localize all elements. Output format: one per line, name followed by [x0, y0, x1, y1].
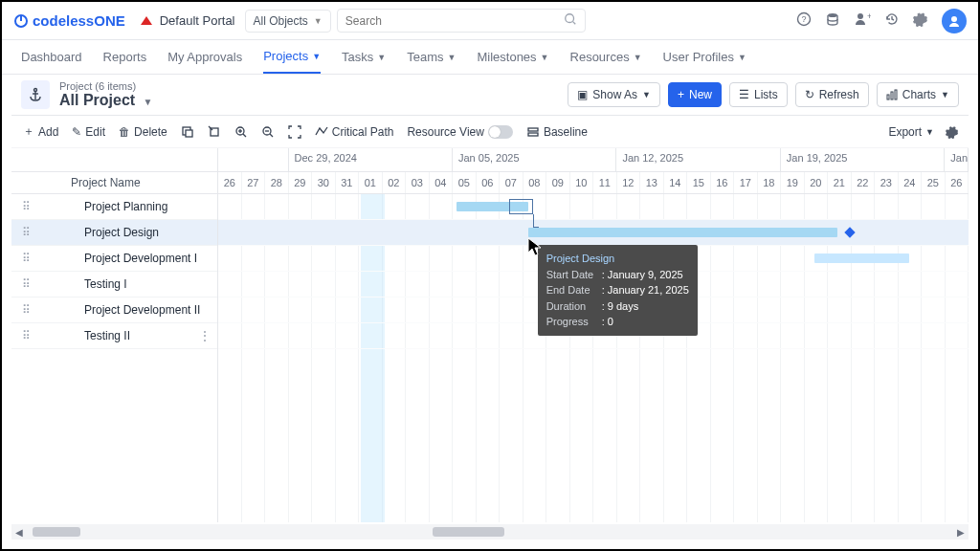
svg-text:?: ? [801, 14, 806, 24]
user-add-icon[interactable]: + [854, 11, 871, 30]
gantt-bar[interactable] [528, 228, 838, 237]
avatar[interactable] [942, 9, 967, 33]
gantt-bar[interactable] [814, 253, 910, 263]
switch-icon[interactable] [488, 125, 513, 139]
day-header: 08 [523, 172, 547, 193]
portal-label: Default Portal [160, 13, 235, 28]
tooltip-label: Progress [546, 314, 598, 330]
svg-point-9 [951, 16, 957, 22]
search-box[interactable] [337, 9, 586, 33]
row-menu-icon[interactable]: ⋮ [198, 328, 217, 343]
gantt-row[interactable] [218, 194, 969, 220]
day-header: 30 [312, 172, 336, 193]
history-icon[interactable] [884, 11, 900, 30]
new-button[interactable]: + New [668, 82, 722, 107]
svg-line-3 [572, 22, 575, 25]
drag-handle-icon[interactable]: ⠿ [11, 226, 40, 239]
copy-icon[interactable] [181, 125, 194, 139]
add-button[interactable]: ＋ Add [23, 123, 58, 140]
caret-down-icon: ▼ [144, 97, 153, 107]
day-header: 09 [546, 172, 570, 193]
tab-resources[interactable]: Resources▼ [570, 40, 642, 74]
day-header: 27 [242, 172, 266, 193]
drag-handle-icon[interactable]: ⠿ [11, 329, 40, 342]
edit-button[interactable]: ✎ Edit [72, 125, 105, 139]
database-icon[interactable] [825, 11, 840, 30]
tab-my-approvals[interactable]: My Approvals [167, 40, 242, 74]
caret-down-icon: ▼ [312, 52, 321, 61]
table-row[interactable]: ⠿Testing II⋮ [11, 323, 217, 349]
day-header: 02 [383, 172, 407, 193]
table-row[interactable]: ⠿Project Planning [11, 194, 217, 220]
baseline-button[interactable]: Baseline [526, 125, 588, 139]
day-header: 28 [265, 172, 289, 193]
month-header [218, 148, 289, 171]
object-selector[interactable]: All Objects ▼ [245, 10, 331, 33]
project-name-cell: Project Design [40, 226, 159, 239]
drag-handle-icon[interactable]: ⠿ [11, 277, 40, 291]
month-header: Dec 29, 2024 [289, 148, 453, 171]
drag-handle-icon[interactable]: ⠿ [11, 303, 40, 317]
table-row[interactable]: ⠿Project Design [11, 220, 217, 246]
horizontal-scrollbar[interactable]: ◀ ▶ [11, 524, 969, 540]
tab-user-profiles[interactable]: User Profiles▼ [663, 40, 746, 74]
tab-milestones[interactable]: Milestones▼ [477, 40, 548, 74]
refresh-button[interactable]: ↻ Refresh [795, 82, 869, 107]
table-row[interactable]: ⠿Testing I [11, 272, 217, 298]
day-header: 16 [711, 172, 735, 193]
gear-icon[interactable] [913, 11, 928, 30]
fit-icon[interactable] [288, 125, 301, 139]
zoom-out-icon[interactable] [261, 125, 275, 139]
project-name-cell: Testing I [40, 277, 127, 291]
charts-button[interactable]: Charts ▼ [877, 82, 959, 107]
caret-down-icon: ▼ [377, 53, 386, 62]
table-row[interactable]: ⠿Project Development I [11, 246, 217, 272]
show-as-button[interactable]: ▣ Show As ▼ [568, 82, 660, 107]
day-header: 24 [899, 172, 923, 193]
zoom-in-icon[interactable] [234, 125, 248, 139]
tooltip-title: Project Design [546, 251, 689, 267]
lists-button[interactable]: ☰ Lists [729, 82, 788, 107]
tab-projects[interactable]: Projects▼ [263, 40, 321, 74]
delete-button[interactable]: 🗑 Delete [119, 125, 167, 139]
critical-path-button[interactable]: Critical Path [315, 125, 394, 139]
top-icons: ? + [796, 9, 967, 33]
scroll-thumb-left[interactable] [33, 527, 80, 537]
object-selector-label: All Objects [254, 14, 308, 28]
caret-down-icon: ▼ [314, 16, 323, 26]
scroll-left-icon[interactable]: ◀ [11, 527, 27, 538]
tab-dashboard[interactable]: Dashboard [21, 40, 82, 74]
help-icon[interactable]: ? [796, 11, 812, 30]
task-outline[interactable] [509, 199, 533, 214]
export-button[interactable]: Export ▼ [888, 125, 934, 139]
day-header: 06 [477, 172, 501, 193]
day-header: 01 [359, 172, 383, 193]
tab-tasks[interactable]: Tasks▼ [342, 40, 386, 74]
drag-handle-icon[interactable]: ⠿ [11, 200, 40, 213]
day-header: 26 [218, 172, 242, 193]
caret-down-icon: ▼ [634, 53, 642, 62]
item-count: Project (6 items) [59, 80, 153, 92]
brand-logo[interactable]: codelessONE [13, 12, 125, 29]
tab-teams[interactable]: Teams▼ [407, 40, 456, 74]
main-nav: DashboardReportsMy ApprovalsProjects▼Tas… [2, 40, 978, 75]
tooltip-label: Duration [546, 298, 598, 315]
logo-icon [13, 13, 29, 29]
month-header: Jan 19, 2025 [781, 148, 945, 171]
gantt-right-pane[interactable]: Dec 29, 2024Jan 05, 2025Jan 12, 2025Jan … [218, 148, 969, 522]
portal-selector[interactable]: Default Portal [139, 13, 235, 29]
settings-gear-icon[interactable] [946, 125, 959, 139]
drag-handle-icon[interactable]: ⠿ [11, 252, 40, 265]
brand-text-a: codeless [33, 12, 94, 29]
page-title[interactable]: All Project ▼ [59, 92, 153, 109]
topbar: codelessONE Default Portal All Objects ▼… [2, 2, 978, 40]
table-row[interactable]: ⠿Project Development II [11, 298, 217, 323]
duplicate-icon[interactable] [208, 125, 221, 139]
scroll-right-icon[interactable]: ▶ [953, 527, 969, 538]
scroll-thumb-right[interactable] [433, 527, 504, 537]
resource-view-toggle[interactable]: Resource View [407, 125, 512, 139]
search-input[interactable] [345, 14, 564, 28]
tab-reports[interactable]: Reports [103, 40, 147, 74]
month-header: Jan [945, 148, 969, 171]
column-header-project-name: Project Name [11, 172, 217, 194]
